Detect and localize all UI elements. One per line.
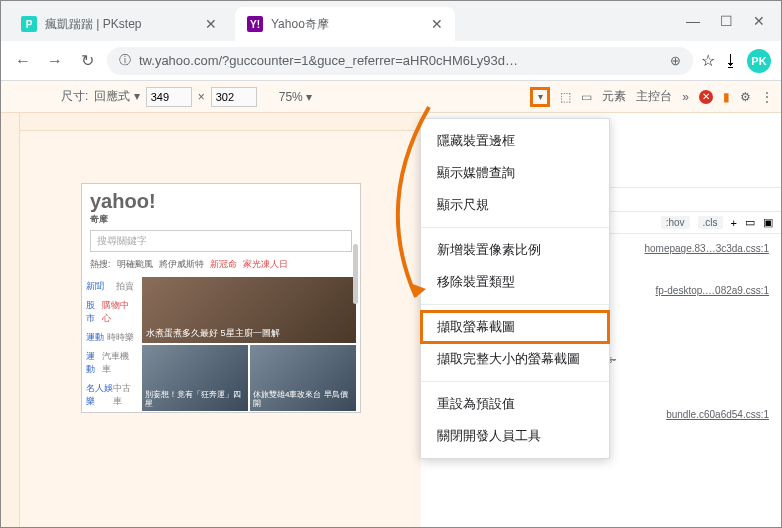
menu-item[interactable]: 顯示媒體查詢	[421, 157, 609, 189]
site-info-icon[interactable]: ⓘ	[119, 52, 131, 69]
menu-item[interactable]: 擷取完整大小的螢幕截圖	[421, 343, 609, 375]
tab-title: Yahoo奇摩	[271, 16, 329, 33]
more-icon[interactable]: ⋮	[761, 90, 773, 104]
favicon-icon: Y!	[247, 16, 263, 32]
news-card[interactable]: 別妄想！竟有「狂奔運」四星	[142, 345, 248, 411]
nav-item[interactable]: 股市購物中心	[82, 296, 138, 328]
zoom-select[interactable]: 75% ▾	[279, 90, 312, 104]
scrollbar[interactable]	[353, 244, 358, 304]
window-close-button[interactable]: ✕	[753, 13, 765, 29]
url-bar: ← → ↻ ⓘ tw.yahoo.com/?guccounter=1&guce_…	[1, 41, 781, 81]
translate-icon[interactable]: ⊕	[670, 53, 681, 68]
device-toggle-icon[interactable]: ▭	[581, 90, 592, 104]
menu-item[interactable]: 擷取螢幕截圖	[421, 311, 609, 343]
menu-item[interactable]: 隱藏裝置邊框	[421, 125, 609, 157]
menu-item[interactable]: 移除裝置類型	[421, 266, 609, 298]
close-icon[interactable]: ✕	[431, 16, 443, 32]
close-icon[interactable]: ✕	[205, 16, 217, 32]
dimensions-label: 尺寸:	[61, 88, 88, 105]
news-card[interactable]: 休旅雙雄4車改來台 早鳥價開	[250, 345, 356, 411]
news-card[interactable]: 水煮蛋煮多久最好 5星主廚一圖解	[142, 277, 356, 343]
box-model-icon[interactable]: ▣	[763, 216, 773, 229]
menu-item[interactable]: 關閉開發人員工具	[421, 420, 609, 452]
titlebar: P 瘋凱踹踹 | PKstep ✕ Y! Yahoo奇摩 ✕ — ☐ ✕	[1, 1, 781, 41]
ruler-horizontal	[1, 113, 421, 131]
window-maximize-button[interactable]: ☐	[720, 13, 733, 29]
favicon-icon: P	[21, 16, 37, 32]
window-minimize-button[interactable]: —	[686, 13, 700, 29]
computed-icon[interactable]: ▭	[745, 216, 755, 229]
new-style-button[interactable]: +	[731, 217, 737, 229]
download-icon[interactable]: ⭳	[723, 52, 739, 70]
browser-tab-1[interactable]: P 瘋凱踹踹 | PKstep ✕	[9, 7, 229, 41]
nav-item[interactable]: 運動汽車機車	[82, 347, 138, 379]
address-bar[interactable]: ⓘ tw.yahoo.com/?guccounter=1&guce_referr…	[107, 47, 693, 75]
console-tab[interactable]: 主控台	[636, 88, 672, 105]
star-icon[interactable]: ☆	[701, 51, 715, 70]
elements-tab[interactable]: 元素	[602, 88, 626, 105]
device-options-menu: 隱藏裝置邊框顯示媒體查詢顯示尺規新增裝置像素比例移除裝置類型擷取螢幕截圖擷取完整…	[420, 118, 610, 459]
menu-item[interactable]: 新增裝置像素比例	[421, 234, 609, 266]
inspect-icon[interactable]: ⬚	[560, 90, 571, 104]
category-nav: 新聞拍賣 股市購物中心 運動時時樂 運動汽車機車 名人娛樂中古車 電影戲劇商城 …	[82, 277, 138, 413]
url-text: tw.yahoo.com/?guccounter=1&guce_referrer…	[139, 53, 518, 68]
search-input[interactable]: 搜尋關鍵字	[90, 230, 352, 252]
device-mode-select[interactable]: 回應式 ▾	[94, 88, 139, 105]
width-input[interactable]	[146, 87, 192, 107]
tab-title: 瘋凱踹踹 | PKstep	[45, 16, 141, 33]
hot-search-links: 熱搜: 明確颱風 將伊威斯特 新冠命 家光凍人日	[82, 256, 360, 277]
browser-tab-2-active[interactable]: Y! Yahoo奇摩 ✕	[235, 7, 455, 41]
mobile-preview[interactable]: yahoo! 奇摩 搜尋關鍵字 熱搜: 明確颱風 將伊威斯特 新冠命 家光凍人日…	[81, 183, 361, 413]
hov-toggle[interactable]: :hov	[661, 216, 690, 229]
height-input[interactable]	[211, 87, 257, 107]
nav-item[interactable]: 電影戲劇商城	[82, 411, 138, 413]
dimension-separator: ×	[198, 90, 205, 104]
nav-item[interactable]: 名人娛樂中古車	[82, 379, 138, 411]
device-options-menu-button[interactable]: ▾	[530, 87, 550, 107]
forward-button[interactable]: →	[43, 49, 67, 73]
warning-icon[interactable]: ▮	[723, 90, 730, 104]
device-toolbar: 尺寸: 回應式 ▾ × 75% ▾ ▾ ⬚ ▭ 元素 主控台 » ✕ ▮ ⚙ ⋮	[1, 81, 781, 113]
yahoo-logo[interactable]: yahoo! 奇摩	[82, 184, 360, 226]
settings-icon[interactable]: ⚙	[740, 90, 751, 104]
profile-avatar[interactable]: PK	[747, 49, 771, 73]
cls-toggle[interactable]: .cls	[698, 216, 723, 229]
back-button[interactable]: ←	[11, 49, 35, 73]
reload-button[interactable]: ↻	[75, 49, 99, 73]
more-tabs-icon[interactable]: »	[682, 90, 689, 104]
device-preview-area: yahoo! 奇摩 搜尋關鍵字 熱搜: 明確颱風 將伊威斯特 新冠命 家光凍人日…	[1, 113, 421, 527]
menu-item[interactable]: 重設為預設值	[421, 388, 609, 420]
nav-item[interactable]: 運動時時樂	[82, 328, 138, 347]
nav-item[interactable]: 新聞拍賣	[82, 277, 138, 296]
menu-item[interactable]: 顯示尺規	[421, 189, 609, 221]
error-badge[interactable]: ✕	[699, 90, 713, 104]
